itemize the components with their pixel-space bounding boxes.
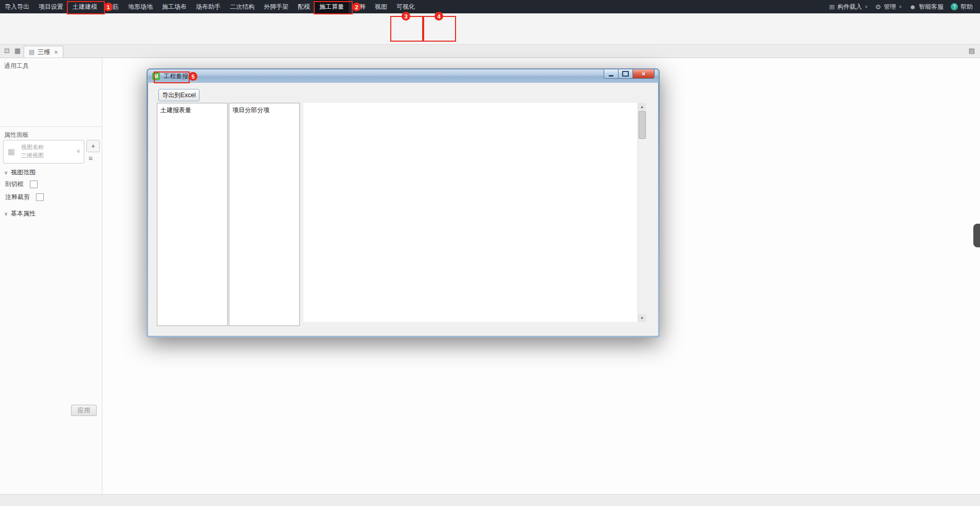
category-panel: 项目分部分项 — [229, 103, 300, 326]
window-buttons: × — [604, 69, 655, 79]
clip-box-label: 剖切框 — [5, 180, 24, 189]
document-icon: ▤ — [29, 48, 34, 56]
view-list-button[interactable]: ≡ — [88, 154, 93, 162]
menu-item[interactable]: 地形场地 — [123, 0, 157, 13]
annotation-crop-row: 注释裁剪 — [5, 193, 44, 202]
menubar-action-label: 管理 — [884, 3, 896, 11]
menubar-action-label: 帮助 — [960, 3, 973, 11]
menu-item[interactable]: 配模 — [293, 0, 315, 13]
menubar-action[interactable]: ☻智能客服 — [909, 3, 943, 11]
view-selector-text: 视图名称 三维视图 — [21, 143, 44, 159]
menubar-action[interactable]: ?帮助 — [951, 3, 973, 11]
view-range-title: 视图范围 — [11, 168, 35, 177]
scroll-down-icon[interactable]: ▼ — [638, 314, 646, 322]
menubar-action[interactable]: ⚙管理∨ — [875, 3, 902, 11]
component-load-icon: ⊞ — [829, 3, 835, 11]
panel-collapse-handle[interactable] — [973, 224, 980, 247]
maximize-button[interactable] — [619, 69, 633, 79]
minimize-icon — [609, 75, 613, 77]
view-thumbnail-icon: ▦ — [8, 147, 15, 156]
tools-section-title: 通用工具 — [4, 62, 29, 70]
view-name-label: 视图名称 — [21, 143, 44, 151]
annotation-badge-1: 1 — [104, 3, 113, 11]
smart-assistant-icon: ☻ — [909, 3, 916, 11]
chevron-down-icon: ∨ — [899, 4, 902, 9]
annotation-crop-label: 注释裁剪 — [5, 193, 30, 202]
panel-layout-icon[interactable]: ⊡ — [4, 47, 10, 55]
chevron-down-icon: ∨ — [4, 170, 8, 175]
scroll-up-icon[interactable]: ▲ — [638, 103, 646, 111]
annotation-crop-checkbox[interactable] — [36, 193, 44, 201]
vertical-scrollbar[interactable]: ▲ ▼ — [638, 103, 646, 322]
menu-item[interactable]: 场布助手 — [191, 0, 225, 13]
menubar-right: ⊞构件载入∨⚙管理∨☻智能客服?帮助 — [829, 0, 980, 13]
menu-item[interactable]: 施工场布 — [157, 0, 191, 13]
view-type-label: 三维视图 — [21, 151, 44, 159]
menubar-action[interactable]: ⊞构件载入∨ — [829, 3, 868, 11]
scroll-thumb[interactable] — [639, 111, 646, 139]
sidebar: 通用工具 属性面板 ▦ 视图名称 三维视图 ∨ + ≡ ∨ 视图范围 剖切框 注… — [0, 58, 102, 495]
sidebar-divider — [0, 127, 102, 127]
tab-label: 三维 — [38, 48, 50, 57]
application-window: 导入导出项目设置土建建模钢筋地形场地施工场布场布助手二次结构外脚手架配模施工算量… — [0, 0, 980, 506]
menu-item[interactable]: 施工算量 — [315, 0, 349, 13]
report-table-view: ▲ ▼ — [303, 103, 646, 322]
annotation-badge-4: 4 — [434, 12, 443, 21]
statusbar — [0, 494, 980, 506]
category-title: 项目分部分项 — [229, 103, 299, 118]
add-view-button[interactable]: + — [86, 140, 100, 152]
grid-view-icon[interactable]: ▦ — [14, 47, 21, 55]
dialog-body: 导出到Excel 土建报表量 项目分部分项 ▲ ▼ — [148, 83, 658, 336]
maximize-icon — [622, 71, 629, 77]
menubar-action-label: 构件载入 — [837, 3, 862, 11]
tab-3d-view[interactable]: ▤ 三维 × — [24, 46, 63, 58]
view-selector[interactable]: ▦ 视图名称 三维视图 ∨ — [3, 140, 84, 164]
help-icon: ? — [951, 3, 958, 10]
menubar: 导入导出项目设置土建建模钢筋地形场地施工场布场布助手二次结构外脚手架配模施工算量… — [0, 0, 980, 13]
dialog-titlebar[interactable]: M 工程量报表 × — [148, 69, 659, 83]
view-range-section[interactable]: ∨ 视图范围 — [4, 168, 35, 177]
menu-item[interactable]: 导入导出 — [0, 0, 34, 13]
menu-item[interactable]: 二次结构 — [225, 0, 259, 13]
menu-item[interactable]: 项目设置 — [34, 0, 68, 13]
tabbar-menu-icon[interactable]: ▤ — [969, 47, 975, 55]
menu-item[interactable]: 视图 — [370, 0, 392, 13]
minimize-button[interactable] — [604, 69, 619, 79]
basic-props-section[interactable]: ∨ 基本属性 — [4, 209, 35, 218]
tabbar: ⊡ ▦ ▤ 三维 × ▤ — [0, 45, 980, 58]
ribbon — [0, 13, 980, 45]
annotation-badge-5: 5 — [189, 72, 197, 81]
apply-button[interactable]: 应用 — [71, 405, 97, 416]
annotation-badge-3: 3 — [402, 12, 410, 21]
annotation-badge-2: 2 — [352, 3, 361, 11]
chevron-down-icon: ∨ — [77, 148, 80, 154]
close-button[interactable]: × — [633, 69, 655, 79]
quantity-report-dialog: M 工程量报表 × 导出到Excel 土建报表量 项目分部分项 ▲ — [147, 68, 660, 337]
export-excel-button[interactable]: 导出到Excel — [158, 89, 199, 101]
clip-box-checkbox[interactable] — [30, 180, 38, 188]
chevron-down-icon: ∨ — [4, 211, 8, 216]
tab-close-icon[interactable]: × — [54, 48, 58, 56]
basic-props-title: 基本属性 — [11, 209, 35, 218]
clip-box-row: 剖切框 — [5, 180, 38, 189]
manage-icon: ⚙ — [875, 3, 881, 11]
dialog-app-icon: M — [152, 73, 160, 80]
chevron-down-icon: ∨ — [864, 4, 868, 9]
report-tree-panel: 土建报表量 — [157, 103, 228, 326]
menubar-action-label: 智能客服 — [919, 3, 943, 11]
report-tree-title: 土建报表量 — [157, 103, 227, 118]
properties-panel-title: 属性面板 — [4, 131, 29, 139]
menu-item[interactable]: 土建建模 — [68, 0, 102, 13]
menu-item[interactable]: 外脚手架 — [259, 0, 293, 13]
